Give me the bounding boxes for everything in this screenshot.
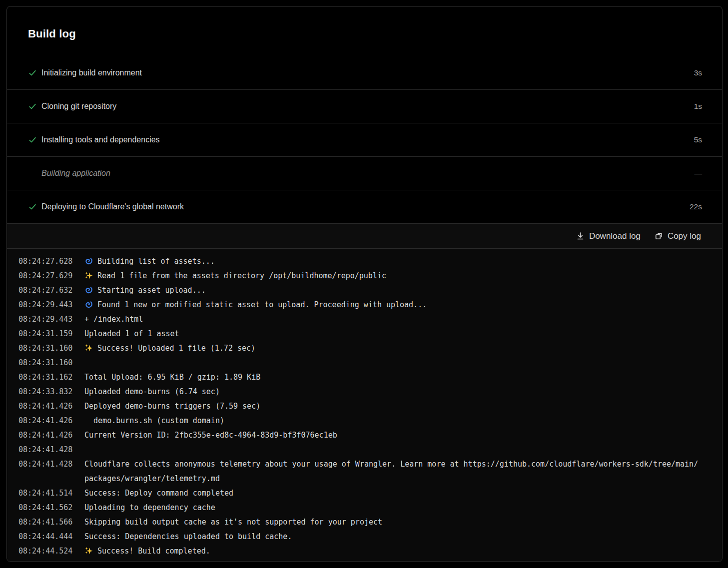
build-log-card: Build log Initializing build environment…: [6, 6, 723, 562]
step-label: Deploying to Cloudflare's global network: [41, 202, 184, 211]
log-text: Cloudflare collects anonymous telemetry …: [84, 457, 702, 486]
log-text: Deployed demo-burns triggers (7.59 sec): [84, 399, 702, 414]
download-log-label: Download log: [589, 231, 641, 241]
log-line: 08:24:41.426 Current Version ID: 2fbc355…: [18, 428, 702, 443]
step-duration: 5s: [694, 135, 702, 144]
log-line: 08:24:29.443 Found 1 new or modified sta…: [18, 298, 702, 312]
log-line: 08:24:31.160 Success! Uploaded 1 file (1…: [18, 341, 702, 356]
build-steps: Initializing build environment 3s Clonin…: [7, 56, 722, 224]
log-line: 08:24:44.444 Success: Dependencies uploa…: [18, 530, 702, 544]
check-icon: [28, 102, 37, 111]
log-line: 08:24:31.162 Total Upload: 6.95 KiB / gz…: [18, 370, 702, 385]
download-icon: [576, 232, 585, 240]
log-line: 08:24:41.566 Skipping build output cache…: [18, 515, 702, 530]
step-label: Initializing build environment: [41, 68, 142, 77]
log-text: Success: Dependencies uploaded to build …: [84, 530, 702, 544]
log-time: 08:24:31.160: [18, 341, 75, 356]
log-line: 08:24:27.629 Read 1 file from the assets…: [18, 269, 702, 283]
page-title: Build log: [28, 27, 701, 40]
sparkles-icon: [84, 344, 93, 352]
log-text: Total Upload: 6.95 KiB / gzip: 1.89 KiB: [84, 370, 702, 385]
download-log-button[interactable]: Download log: [576, 231, 641, 241]
step-duration: —: [695, 169, 703, 178]
log-text: Uploaded 1 of 1 asset: [84, 327, 702, 341]
log-time: 08:24:27.632: [18, 283, 75, 298]
log-time: 08:24:41.426: [18, 428, 75, 443]
check-icon: [28, 135, 37, 144]
log-text: Success: Deploy command completed: [84, 486, 702, 501]
log-time: 08:24:41.428: [18, 457, 75, 486]
log-line: 08:24:31.159 Uploaded 1 of 1 asset: [18, 327, 702, 341]
copy-log-button[interactable]: Copy log: [655, 231, 701, 241]
log-time: 08:24:41.562: [18, 501, 75, 515]
log-text: Success! Uploaded 1 file (1.72 sec): [84, 341, 702, 356]
log-text: Starting asset upload...: [84, 283, 702, 298]
step-duration: 3s: [694, 68, 702, 77]
step-label: Building application: [41, 169, 110, 178]
log-line: 08:24:41.426 Deployed demo-burns trigger…: [18, 399, 702, 414]
log-text: Skipping build output cache as it's not …: [84, 515, 702, 530]
build-step-row[interactable]: Building application —: [7, 157, 722, 190]
step-label: Cloning git repository: [41, 102, 116, 111]
cyclone-icon: [84, 257, 93, 265]
sparkles-icon: [84, 547, 93, 555]
log-text: Current Version ID: 2fbc355e-ed8c-4964-8…: [84, 428, 702, 443]
build-step-row[interactable]: Initializing build environment 3s: [7, 56, 722, 90]
check-icon: [28, 68, 37, 77]
log-time: 08:24:41.566: [18, 515, 75, 530]
log-text: [84, 443, 702, 457]
log-line: 08:24:27.632 Starting asset upload...: [18, 283, 702, 298]
log-time: 08:24:29.443: [18, 298, 75, 312]
log-time: 08:24:41.514: [18, 486, 75, 501]
build-step-row[interactable]: Deploying to Cloudflare's global network…: [7, 190, 722, 224]
log-toolbar: Download log Copy log: [7, 224, 722, 249]
log-text: Read 1 file from the assets directory /o…: [84, 269, 702, 283]
build-step-row[interactable]: Installing tools and dependencies 5s: [7, 123, 722, 157]
check-icon: [28, 202, 37, 211]
log-time: 08:24:31.160: [18, 356, 75, 370]
log-text: Uploaded demo-burns (6.74 sec): [84, 385, 702, 399]
log-text: Uploading to dependency cache: [84, 501, 702, 515]
log-time: 08:24:31.159: [18, 327, 75, 341]
sparkles-icon: [84, 271, 93, 280]
log-time: 08:24:44.524: [18, 544, 75, 559]
log-line: 08:24:41.428 Cloudflare collects anonymo…: [18, 457, 702, 486]
log-time: 08:24:33.832: [18, 385, 75, 399]
copy-log-label: Copy log: [668, 231, 701, 241]
log-time: 08:24:41.426: [18, 399, 75, 414]
log-time: 08:24:44.444: [18, 530, 75, 544]
log-text: + /index.html: [84, 312, 702, 327]
log-line: 08:24:44.524 Success! Build completed.: [18, 544, 702, 559]
log-text: demo.burns.sh (custom domain): [84, 414, 702, 428]
log-time: 08:24:41.428: [18, 443, 75, 457]
log-line: 08:24:41.562 Uploading to dependency cac…: [18, 501, 702, 515]
step-label: Installing tools and dependencies: [41, 135, 160, 144]
log-line: 08:24:41.428: [18, 443, 702, 457]
log-text: Building list of assets...: [84, 254, 702, 269]
log-time: 08:24:31.162: [18, 370, 75, 385]
log-text: [84, 356, 702, 370]
log-line: 08:24:27.628 Building list of assets...: [18, 254, 702, 269]
log-line: 08:24:41.514 Success: Deploy command com…: [18, 486, 702, 501]
card-header: Build log: [7, 6, 722, 40]
step-duration: 1s: [694, 102, 702, 111]
log-text: Found 1 new or modified static asset to …: [84, 298, 702, 312]
log-output: 08:24:27.628 Building list of assets... …: [7, 249, 722, 562]
cyclone-icon: [84, 286, 93, 294]
log-line: 08:24:41.426 demo.burns.sh (custom domai…: [18, 414, 702, 428]
log-time: 08:24:27.629: [18, 269, 75, 283]
log-time: 08:24:41.426: [18, 414, 75, 428]
log-line: 08:24:31.160: [18, 356, 702, 370]
log-time: 08:24:27.628: [18, 254, 75, 269]
build-step-row[interactable]: Cloning git repository 1s: [7, 90, 722, 123]
log-time: 08:24:29.443: [18, 312, 75, 327]
copy-icon: [655, 232, 663, 240]
cyclone-icon: [84, 300, 93, 309]
log-line: 08:24:29.443 + /index.html: [18, 312, 702, 327]
log-line: 08:24:33.832 Uploaded demo-burns (6.74 s…: [18, 385, 702, 399]
log-text: Success! Build completed.: [84, 544, 702, 559]
step-duration: 22s: [690, 202, 702, 211]
